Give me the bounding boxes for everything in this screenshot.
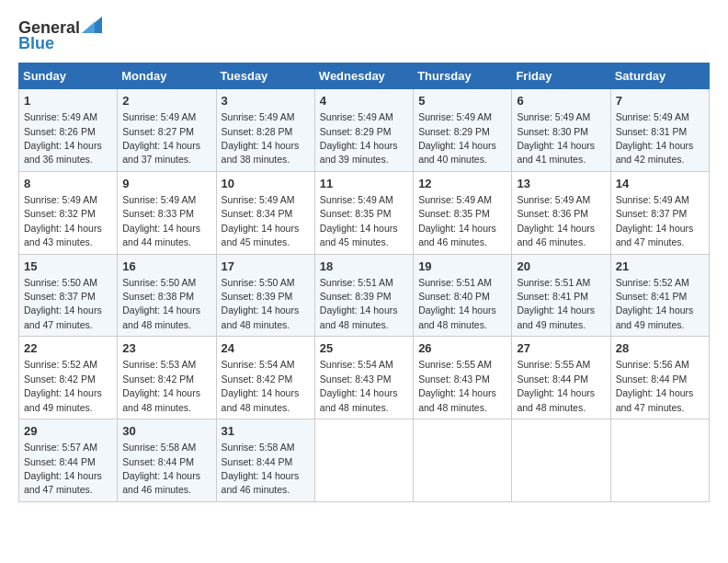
day-info: Sunrise: 5:52 AMSunset: 8:42 PMDaylight:… <box>24 359 102 412</box>
day-number: 27 <box>517 340 605 357</box>
day-info: Sunrise: 5:49 AMSunset: 8:35 PMDaylight:… <box>320 194 398 247</box>
day-info: Sunrise: 5:49 AMSunset: 8:32 PMDaylight:… <box>24 194 102 247</box>
calendar-cell: 15Sunrise: 5:50 AMSunset: 8:37 PMDayligh… <box>19 254 118 337</box>
day-number: 31 <box>222 423 310 440</box>
day-info: Sunrise: 5:54 AMSunset: 8:43 PMDaylight:… <box>320 359 398 412</box>
day-info: Sunrise: 5:51 AMSunset: 8:39 PMDaylight:… <box>320 277 398 330</box>
svg-marker-1 <box>82 21 95 33</box>
calendar-cell: 24Sunrise: 5:54 AMSunset: 8:42 PMDayligh… <box>216 337 314 419</box>
day-info: Sunrise: 5:56 AMSunset: 8:44 PMDaylight:… <box>616 359 694 412</box>
day-info: Sunrise: 5:49 AMSunset: 8:29 PMDaylight:… <box>418 111 496 165</box>
day-info: Sunrise: 5:49 AMSunset: 8:37 PMDaylight:… <box>616 194 694 247</box>
day-info: Sunrise: 5:54 AMSunset: 8:42 PMDaylight:… <box>222 359 300 412</box>
calendar-cell: 20Sunrise: 5:51 AMSunset: 8:41 PMDayligh… <box>512 254 610 337</box>
calendar-cell: 19Sunrise: 5:51 AMSunset: 8:40 PMDayligh… <box>414 254 512 337</box>
calendar-cell: 2Sunrise: 5:49 AMSunset: 8:27 PMDaylight… <box>118 89 216 172</box>
day-number: 22 <box>24 340 112 357</box>
calendar-cell <box>314 419 413 502</box>
day-info: Sunrise: 5:57 AMSunset: 8:44 PMDaylight:… <box>24 442 102 495</box>
day-info: Sunrise: 5:51 AMSunset: 8:40 PMDaylight:… <box>418 277 496 330</box>
day-number: 5 <box>418 93 506 109</box>
day-info: Sunrise: 5:55 AMSunset: 8:44 PMDaylight:… <box>517 359 595 412</box>
logo-text-blue: Blue <box>18 34 54 53</box>
day-number: 13 <box>517 176 605 192</box>
day-number: 15 <box>24 259 112 275</box>
calendar-cell: 8Sunrise: 5:49 AMSunset: 8:32 PMDaylight… <box>19 171 118 254</box>
calendar-cell: 30Sunrise: 5:58 AMSunset: 8:44 PMDayligh… <box>118 419 216 502</box>
day-number: 20 <box>517 259 605 275</box>
day-info: Sunrise: 5:49 AMSunset: 8:34 PMDaylight:… <box>222 194 300 247</box>
calendar-cell: 11Sunrise: 5:49 AMSunset: 8:35 PMDayligh… <box>314 171 413 254</box>
calendar-cell: 18Sunrise: 5:51 AMSunset: 8:39 PMDayligh… <box>314 254 413 337</box>
day-number: 12 <box>418 176 506 192</box>
calendar-cell: 25Sunrise: 5:54 AMSunset: 8:43 PMDayligh… <box>314 337 413 419</box>
day-number: 6 <box>517 93 605 109</box>
calendar-cell: 31Sunrise: 5:58 AMSunset: 8:44 PMDayligh… <box>216 419 314 502</box>
calendar-cell: 26Sunrise: 5:55 AMSunset: 8:43 PMDayligh… <box>414 337 512 419</box>
day-info: Sunrise: 5:49 AMSunset: 8:30 PMDaylight:… <box>517 111 595 165</box>
calendar-cell: 3Sunrise: 5:49 AMSunset: 8:28 PMDaylight… <box>216 89 314 172</box>
day-info: Sunrise: 5:53 AMSunset: 8:42 PMDaylight:… <box>122 359 200 412</box>
day-info: Sunrise: 5:49 AMSunset: 8:36 PMDaylight:… <box>517 194 595 247</box>
day-number: 7 <box>616 93 704 109</box>
day-number: 23 <box>122 340 210 357</box>
day-number: 17 <box>222 259 310 275</box>
calendar-week-row: 29Sunrise: 5:57 AMSunset: 8:44 PMDayligh… <box>19 419 710 502</box>
day-number: 25 <box>320 340 408 357</box>
day-number: 29 <box>24 423 112 440</box>
day-header-sunday: Sunday <box>19 63 118 89</box>
day-header-monday: Monday <box>118 63 216 89</box>
day-number: 16 <box>122 259 210 275</box>
day-info: Sunrise: 5:58 AMSunset: 8:44 PMDaylight:… <box>122 442 200 495</box>
calendar-cell: 7Sunrise: 5:49 AMSunset: 8:31 PMDaylight… <box>610 89 709 172</box>
day-info: Sunrise: 5:49 AMSunset: 8:29 PMDaylight:… <box>320 111 398 165</box>
day-number: 18 <box>320 259 408 275</box>
day-number: 28 <box>616 340 704 357</box>
day-info: Sunrise: 5:49 AMSunset: 8:27 PMDaylight:… <box>122 111 200 165</box>
calendar-cell: 6Sunrise: 5:49 AMSunset: 8:30 PMDaylight… <box>512 89 610 172</box>
calendar-week-row: 1Sunrise: 5:49 AMSunset: 8:26 PMDaylight… <box>19 89 710 172</box>
day-info: Sunrise: 5:50 AMSunset: 8:39 PMDaylight:… <box>222 277 300 330</box>
day-number: 14 <box>616 176 704 192</box>
day-number: 2 <box>122 93 210 109</box>
day-info: Sunrise: 5:49 AMSunset: 8:35 PMDaylight:… <box>418 194 496 247</box>
day-info: Sunrise: 5:49 AMSunset: 8:28 PMDaylight:… <box>222 111 300 165</box>
calendar-cell: 1Sunrise: 5:49 AMSunset: 8:26 PMDaylight… <box>19 89 118 172</box>
calendar-week-row: 8Sunrise: 5:49 AMSunset: 8:32 PMDaylight… <box>19 171 710 254</box>
calendar-cell: 14Sunrise: 5:49 AMSunset: 8:37 PMDayligh… <box>610 171 709 254</box>
day-number: 8 <box>24 176 112 192</box>
day-header-wednesday: Wednesday <box>314 63 413 89</box>
calendar-cell: 22Sunrise: 5:52 AMSunset: 8:42 PMDayligh… <box>19 337 118 419</box>
day-number: 3 <box>222 93 310 109</box>
day-number: 26 <box>418 340 506 357</box>
day-number: 11 <box>320 176 408 192</box>
calendar-week-row: 15Sunrise: 5:50 AMSunset: 8:37 PMDayligh… <box>19 254 710 337</box>
calendar-cell: 27Sunrise: 5:55 AMSunset: 8:44 PMDayligh… <box>512 337 610 419</box>
calendar-cell: 13Sunrise: 5:49 AMSunset: 8:36 PMDayligh… <box>512 171 610 254</box>
calendar-table: SundayMondayTuesdayWednesdayThursdayFrid… <box>18 63 710 502</box>
day-number: 24 <box>222 340 310 357</box>
calendar-cell: 5Sunrise: 5:49 AMSunset: 8:29 PMDaylight… <box>414 89 512 172</box>
day-info: Sunrise: 5:49 AMSunset: 8:33 PMDaylight:… <box>122 194 200 247</box>
day-number: 10 <box>222 176 310 192</box>
calendar-week-row: 22Sunrise: 5:52 AMSunset: 8:42 PMDayligh… <box>19 337 710 419</box>
day-number: 30 <box>122 423 210 440</box>
calendar-cell <box>610 419 709 502</box>
calendar-cell: 28Sunrise: 5:56 AMSunset: 8:44 PMDayligh… <box>610 337 709 419</box>
day-info: Sunrise: 5:49 AMSunset: 8:26 PMDaylight:… <box>24 111 102 165</box>
calendar-cell <box>512 419 610 502</box>
calendar-cell <box>414 419 512 502</box>
day-header-friday: Friday <box>512 63 610 89</box>
calendar-cell: 23Sunrise: 5:53 AMSunset: 8:42 PMDayligh… <box>118 337 216 419</box>
calendar-cell: 4Sunrise: 5:49 AMSunset: 8:29 PMDaylight… <box>314 89 413 172</box>
day-info: Sunrise: 5:55 AMSunset: 8:43 PMDaylight:… <box>418 359 496 412</box>
calendar-header-row: SundayMondayTuesdayWednesdayThursdayFrid… <box>19 63 710 89</box>
calendar-cell: 9Sunrise: 5:49 AMSunset: 8:33 PMDaylight… <box>118 171 216 254</box>
calendar-cell: 29Sunrise: 5:57 AMSunset: 8:44 PMDayligh… <box>19 419 118 502</box>
day-info: Sunrise: 5:58 AMSunset: 8:44 PMDaylight:… <box>222 442 300 495</box>
calendar-cell: 21Sunrise: 5:52 AMSunset: 8:41 PMDayligh… <box>610 254 709 337</box>
day-info: Sunrise: 5:50 AMSunset: 8:38 PMDaylight:… <box>122 277 200 330</box>
day-number: 4 <box>320 93 408 109</box>
logo-bird-icon <box>82 17 102 33</box>
calendar-cell: 16Sunrise: 5:50 AMSunset: 8:38 PMDayligh… <box>118 254 216 337</box>
